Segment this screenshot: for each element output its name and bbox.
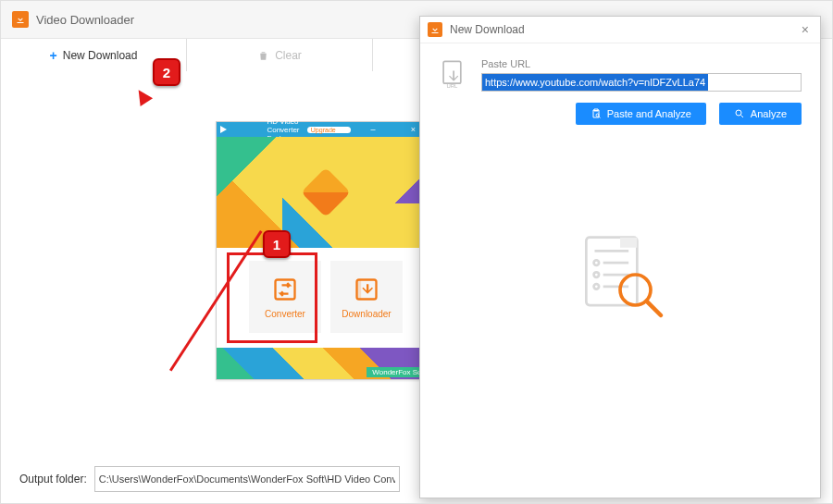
svg-point-6 — [736, 110, 741, 116]
converter-icon — [271, 276, 299, 303]
plus-icon: + — [50, 48, 57, 63]
url-input[interactable]: https://www.youtube.com/watch?v=nlDFZvLL… — [481, 73, 802, 92]
svg-point-9 — [594, 260, 600, 265]
dialog-title: New Download — [450, 23, 798, 36]
downloader-label: Downloader — [342, 309, 391, 319]
svg-rect-7 — [586, 238, 637, 305]
svg-point-13 — [594, 284, 600, 289]
app-title: Video Downloader — [36, 13, 134, 27]
svg-rect-0 — [276, 279, 295, 299]
svg-point-11 — [594, 272, 600, 277]
hvc-footer-strip: WonderFox Soft — [217, 348, 435, 379]
paste-url-label: Paste URL — [481, 58, 802, 69]
dialog-app-icon — [428, 22, 442, 37]
svg-text:URL: URL — [447, 83, 459, 89]
svg-line-16 — [647, 301, 661, 315]
clear-label: Clear — [275, 49, 302, 62]
new-download-label: New Download — [63, 49, 138, 62]
hvc-logo-icon — [301, 167, 351, 217]
analyze-label: Analyze — [751, 108, 787, 119]
hvc-title-bar: HD Video Converter Factory Upgrade – × — [217, 122, 435, 137]
app-icon — [12, 11, 29, 28]
svg-rect-2 — [357, 279, 362, 299]
url-icon: URL — [439, 58, 470, 90]
play-icon — [220, 126, 263, 133]
clipboard-search-icon — [591, 108, 602, 119]
svg-rect-3 — [443, 61, 461, 83]
output-folder-label: Output folder: — [19, 473, 87, 486]
dialog-placeholder-icon — [569, 229, 671, 334]
downloader-tile[interactable]: Downloader — [330, 261, 403, 333]
trash-icon — [257, 50, 269, 62]
paste-and-analyze-button[interactable]: Paste and Analyze — [576, 103, 706, 125]
paste-and-analyze-label: Paste and Analyze — [607, 108, 691, 119]
url-value: https://www.youtube.com/watch?v=nlDFZvLL… — [482, 74, 708, 91]
downloader-icon — [353, 276, 380, 303]
hvc-banner — [217, 137, 435, 248]
minimize-button[interactable]: – — [354, 125, 391, 134]
converter-tile[interactable]: Converter — [249, 261, 321, 333]
output-folder-row: Output folder: — [19, 466, 400, 492]
analyze-button[interactable]: Analyze — [719, 103, 802, 125]
dialog-close-button[interactable]: × — [798, 22, 813, 37]
converter-label: Converter — [265, 309, 305, 319]
clear-button[interactable]: Clear — [187, 39, 373, 72]
output-folder-input[interactable] — [94, 466, 400, 492]
step-marker-1: 1 — [263, 230, 291, 258]
dialog-title-bar: New Download × — [420, 17, 820, 43]
upgrade-button[interactable]: Upgrade — [307, 127, 351, 133]
svg-point-5 — [596, 114, 599, 117]
search-icon — [734, 108, 745, 119]
new-download-dialog: New Download × URL Paste URL https://www… — [419, 16, 821, 498]
hvc-tiles: Converter Downloader — [217, 248, 435, 344]
step-marker-2: 2 — [153, 58, 180, 86]
